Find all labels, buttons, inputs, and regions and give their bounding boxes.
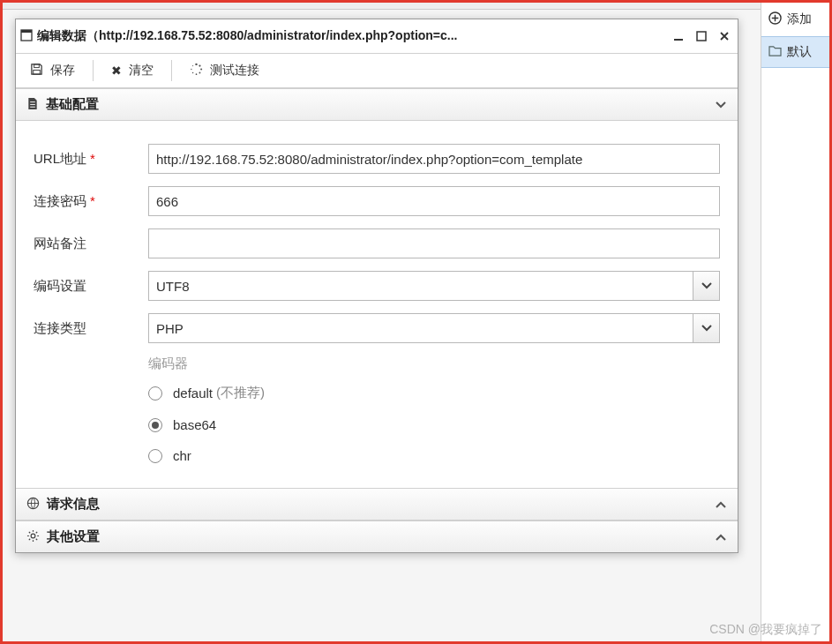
remark-label: 网站备注 xyxy=(34,236,148,252)
encoder-option-chr[interactable]: chr xyxy=(148,448,720,463)
svg-point-11 xyxy=(196,73,198,75)
svg-rect-6 xyxy=(34,70,41,74)
svg-point-9 xyxy=(200,68,202,70)
chevron-up-icon xyxy=(715,530,727,544)
document-icon xyxy=(26,97,39,113)
encoding-label: 编码设置 xyxy=(34,278,148,295)
encoder-group-label: 编码器 xyxy=(148,356,720,372)
svg-point-13 xyxy=(191,69,191,70)
radio-icon xyxy=(148,449,162,463)
radio-icon xyxy=(148,418,162,432)
plus-circle-icon xyxy=(768,11,782,27)
svg-point-10 xyxy=(199,72,201,74)
radio-icon xyxy=(148,386,162,401)
edit-data-dialog: 编辑数据（http://192.168.75.52:8080/administr… xyxy=(15,19,738,553)
watermark: CSDN @我要疯掉了 xyxy=(709,622,822,638)
add-label: 添加 xyxy=(787,11,812,27)
remark-input[interactable] xyxy=(148,228,720,258)
test-connection-button[interactable]: 测试连接 xyxy=(176,54,274,87)
toolbar: 保存 ✖ 清空 测试连接 xyxy=(16,54,738,88)
title-bar: 编辑数据（http://192.168.75.52:8080/administr… xyxy=(16,19,738,54)
conntype-label: 连接类型 xyxy=(34,320,148,337)
panel-basic-body: URL地址* 连接密码* 网站备注 编码设置 UTF8 xyxy=(16,121,738,488)
save-label: 保存 xyxy=(50,63,75,79)
window-title: 编辑数据（http://192.168.75.52:8080/administr… xyxy=(37,19,671,53)
svg-rect-4 xyxy=(697,32,706,41)
sidebar: 添加 默认 xyxy=(761,3,829,641)
svg-point-12 xyxy=(192,72,194,74)
gear-icon xyxy=(26,529,40,545)
chevron-up-icon xyxy=(715,498,727,512)
minimize-button[interactable] xyxy=(671,28,686,44)
chevron-down-icon[interactable] xyxy=(693,272,719,300)
chevron-down-icon xyxy=(715,98,727,112)
conntype-select[interactable]: PHP xyxy=(148,313,720,343)
window-icon xyxy=(16,29,37,44)
encoding-value: UTF8 xyxy=(149,272,693,300)
password-label: 连接密码* xyxy=(34,193,148,210)
save-icon xyxy=(30,63,43,79)
folder-icon xyxy=(768,45,782,59)
panel-basic-title: 基础配置 xyxy=(46,96,715,113)
panel-request-header[interactable]: 请求信息 xyxy=(16,488,738,520)
panel-basic-header[interactable]: 基础配置 xyxy=(16,88,738,121)
svg-rect-3 xyxy=(674,39,683,41)
panel-other-header[interactable]: 其他设置 xyxy=(16,520,738,552)
test-label: 测试连接 xyxy=(210,63,259,79)
folder-label: 默认 xyxy=(787,44,812,60)
url-input[interactable] xyxy=(148,144,720,174)
save-button[interactable]: 保存 xyxy=(16,54,89,87)
svg-point-14 xyxy=(192,65,193,66)
svg-point-16 xyxy=(31,534,35,538)
panel-other-title: 其他设置 xyxy=(47,528,715,545)
radio-note: (不推荐) xyxy=(216,385,265,401)
spinner-icon xyxy=(190,63,203,79)
svg-point-8 xyxy=(199,64,200,66)
clear-button[interactable]: ✖ 清空 xyxy=(97,54,168,87)
radio-label: default xyxy=(173,386,213,401)
url-label: URL地址* xyxy=(34,151,148,168)
svg-point-7 xyxy=(195,64,197,65)
encoder-option-default[interactable]: default (不推荐) xyxy=(148,385,720,401)
add-button[interactable]: 添加 xyxy=(761,3,829,36)
clear-label: 清空 xyxy=(129,63,154,79)
svg-rect-2 xyxy=(21,30,32,33)
encoder-option-base64[interactable]: base64 xyxy=(148,417,720,432)
conntype-value: PHP xyxy=(149,314,693,342)
panel-request-title: 请求信息 xyxy=(47,496,715,513)
globe-icon xyxy=(26,497,40,513)
encoding-select[interactable]: UTF8 xyxy=(148,271,720,301)
close-button[interactable] xyxy=(716,28,732,44)
chevron-down-icon[interactable] xyxy=(693,314,719,342)
radio-label: chr xyxy=(173,448,191,463)
sidebar-item-default[interactable]: 默认 xyxy=(761,36,829,68)
password-input[interactable] xyxy=(148,186,720,216)
radio-label: base64 xyxy=(173,417,216,432)
maximize-button[interactable] xyxy=(693,28,709,44)
clear-icon: ✖ xyxy=(111,64,122,78)
